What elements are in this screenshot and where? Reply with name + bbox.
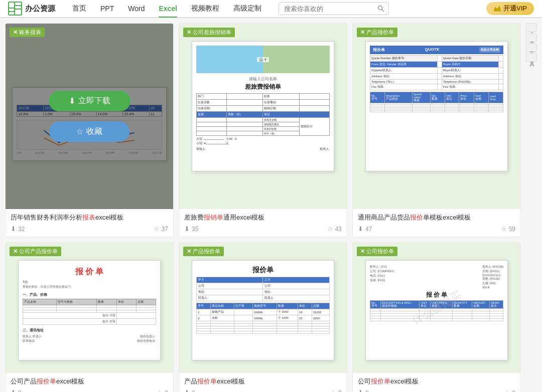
card-3-badge-icon: ✕	[360, 29, 365, 36]
card-5-stats: ⬇ 0 ☆ 0	[184, 389, 342, 392]
card-6-title: 公司报价单excel模板	[358, 377, 515, 386]
search-box	[279, 2, 389, 15]
card-4-greeting: 尊敬的朋友，向贵公司所报价格如下:	[23, 285, 156, 289]
card-5-title: 产品报价单excel模板	[184, 377, 342, 386]
card-3-badge: ✕ 产品报价单	[357, 28, 397, 37]
card-5-download-count: 0	[192, 389, 195, 392]
nav-excel[interactable]: Excel	[152, 0, 184, 18]
card-6-badge-title: 公司报价单	[366, 248, 394, 255]
nav-word[interactable]: Word	[121, 0, 152, 18]
card-4-preview-wrap: 报 价 单 TO: 尊敬的朋友，向贵公司所报价格如下: 一、产品、价格 产品名称…	[6, 243, 173, 373]
star-icon: ☆	[76, 127, 83, 136]
card-1-fav-count: 37	[162, 226, 168, 233]
card-4-downloads: ⬇ 0	[11, 389, 22, 392]
card-6-fav-count: 0	[512, 389, 515, 392]
card-3-badge-title: 产品报价单	[366, 29, 394, 36]
card-3: ✕ 产品报价单 报价单 QUOTE 此处公司名称 Quote Number 报价…	[352, 23, 521, 237]
nav-video[interactable]: 视频教程	[184, 0, 226, 18]
star-icon-2: ☆	[327, 225, 333, 233]
nav-home[interactable]: 首页	[65, 0, 93, 18]
download-button[interactable]: ⬇ 立即下载	[49, 91, 130, 111]
star-icon-5: ☆	[330, 389, 336, 392]
card-6-preview: 收件人: [TO] 公司: [COMPANY] 电话: [TEL] 传真: [F…	[365, 260, 508, 360]
card-2-fav-count: 43	[335, 226, 342, 233]
card-5-badge: ✕ 产品报价单	[183, 247, 224, 256]
card-3-title: 通用商品产品货品报价单模板excel模板	[358, 213, 515, 222]
card-5-badge-icon: ✕	[187, 248, 191, 255]
dl-icon-6: ⬇	[358, 389, 363, 392]
card-4-title: 公司产品报价单excel模板	[11, 377, 168, 386]
card-2-stats: ⬇ 35 ☆ 43	[184, 225, 342, 233]
side-tab-3[interactable]: 工	[526, 43, 537, 52]
nav-custom[interactable]: 高级定制	[226, 0, 268, 18]
star-icon-4: ☆	[157, 389, 163, 392]
search-input[interactable]	[279, 3, 373, 15]
nav-ppt[interactable]: PPT	[93, 0, 121, 18]
card-6-thumb: ✕ 公司报价单 收件人: [TO] 公司: [COMPANY] 电话: [TEL…	[353, 243, 520, 373]
card-2-form-table: 部门 职务 出差天数 出差事由	[196, 93, 330, 136]
card-5-footer: 产品报价单excel模板 ⬇ 0 ☆ 0	[179, 373, 347, 392]
collect-button[interactable]: ☆ 收藏	[49, 121, 129, 142]
card-3-stats: ⬇ 47 ☆ 59	[358, 225, 515, 233]
card-2-amount: 大写: 0.00 0	[196, 137, 330, 141]
card-4-contact2: 联系电话:报价负责电话:	[23, 339, 156, 343]
card-6-top-info: 收件人: [TO] 公司: [COMPANY] 电话: [TEL] 传真: [F…	[370, 265, 503, 289]
svg-marker-9	[494, 6, 501, 11]
dl-icon-2: ⬇	[184, 225, 190, 233]
card-3-info-table: Quote Number 报价单号: Quote Date 报价日期: From…	[370, 55, 503, 90]
logo[interactable]: 办公资源	[8, 2, 55, 16]
card-4-favorites: ☆ 0	[157, 389, 168, 392]
download-label: 立即下载	[78, 96, 110, 106]
card-1-badge-icon: ✕	[13, 29, 18, 36]
search-button[interactable]	[373, 3, 388, 15]
card-1-footer: 历年销售财务利润率分析报表excel模板 ⬇ 32 ☆ 37	[6, 209, 173, 237]
card-6-badge-icon: ✕	[360, 248, 365, 255]
card-4-fav-count: 0	[165, 389, 168, 392]
card-2-preview: 🏢 ✈ 请输入公司名称 差旅费报销单 部门 职务	[192, 41, 334, 171]
card-4-thumb: ✕ 公司产品报价单 报 价 单 TO: 尊敬的朋友，向贵公司所报价格如下: 一、…	[6, 243, 173, 373]
card-1-overlay: ⬇ 立即下载 ☆ 收藏	[6, 24, 173, 209]
card-1-downloads: ⬇ 32	[11, 225, 25, 233]
header: 办公资源 首页 PPT Word Excel 视频教程 高级定制 开通VIP	[0, 0, 542, 18]
card-5-downloads: ⬇ 0	[184, 389, 195, 392]
card-6-favorites: ☆ 0	[504, 389, 515, 392]
crown-icon	[493, 6, 501, 12]
svg-rect-6	[15, 10, 21, 15]
card-2-badge-title: 公司差旅报销单	[193, 29, 231, 36]
download-icon: ⬇	[69, 96, 75, 106]
card-4-to: TO:	[23, 280, 156, 284]
card-5-header-table: 甲方 乙方 公司:公司: 地址:地址: 联系人:联系人:	[196, 277, 330, 301]
svg-rect-3	[15, 6, 21, 9]
card-5-favorites: ☆ 0	[330, 389, 342, 392]
card-4-stats: ⬇ 0 ☆ 0	[11, 389, 168, 392]
card-2-downloads: ⬇ 35	[184, 225, 198, 233]
main-content: ✕ 账务报表 历年销售利润率 2011年 2012年 2013年 2014年 2…	[0, 18, 542, 392]
star-stat-icon: ☆	[154, 225, 160, 233]
card-1-badge: ✕ 账务报表	[10, 28, 45, 37]
svg-point-7	[378, 6, 382, 10]
card-6-footer: 公司报价单excel模板 ⬇ 0 ☆ 0	[353, 373, 520, 392]
side-tab-1[interactable]: 会	[526, 23, 537, 32]
card-3-downloads: ⬇ 47	[358, 225, 372, 233]
card-1-stats: ⬇ 32 ☆ 37	[11, 225, 168, 233]
card-2-img: 🏢 ✈	[196, 46, 330, 73]
star-icon-3: ☆	[501, 225, 507, 233]
vip-button[interactable]: 开通VIP	[486, 2, 534, 15]
card-2-favorites: ☆ 43	[327, 225, 342, 233]
card-3-download-count: 47	[365, 226, 372, 233]
svg-rect-2	[15, 3, 21, 5]
card-4-preview: 报 价 单 TO: 尊敬的朋友，向贵公司所报价格如下: 一、产品、价格 产品名称…	[18, 260, 161, 360]
card-3-quote-table: No.序号 Description产品描述 Specification规格 Qt…	[370, 92, 503, 112]
download-stat-icon: ⬇	[11, 225, 16, 233]
card-2-title: 差旅费报销单通用excel模板	[184, 213, 342, 222]
card-4-contact: 联系人 联系人:报价负责人:	[23, 334, 156, 339]
card-5-badge-title: 产品报价单	[193, 248, 220, 255]
side-tab-2[interactable]: 员	[526, 33, 537, 42]
card-6-doc-title: 报 价 单	[370, 291, 503, 299]
card-2-signers: 审核人:批准人:	[196, 147, 330, 151]
card-3-preview-wrap: 报价单 QUOTE 此处公司名称 Quote Number 报价单号: Quot…	[353, 24, 520, 209]
card-5-thumb: ✕ 产品报价单 报价单 甲方 乙方 公司:公司: 地址:地址:	[179, 243, 347, 373]
card-3-preview: 报价单 QUOTE 此处公司名称 Quote Number 报价单号: Quot…	[365, 41, 508, 171]
card-5-fav-count: 0	[338, 389, 342, 392]
side-tab-4[interactable]: 具	[526, 53, 537, 62]
